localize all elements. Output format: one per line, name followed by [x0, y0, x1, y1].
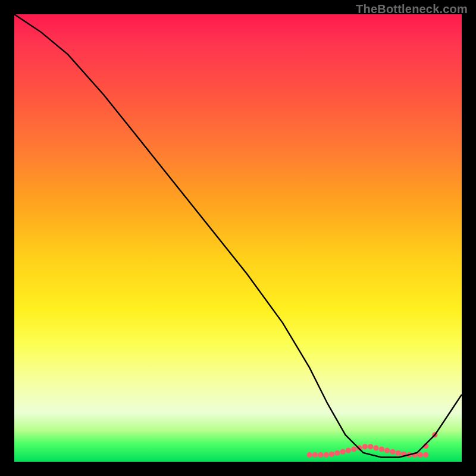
highlight-dot: [324, 452, 329, 458]
highlight-dot: [396, 450, 401, 456]
highlight-dot: [340, 449, 346, 455]
highlight-dot: [418, 452, 423, 458]
highlight-dot: [362, 444, 368, 449]
highlight-dot: [346, 448, 351, 453]
highlight-dot: [373, 445, 378, 450]
highlight-dot: [406, 452, 412, 458]
chart-curve: [14, 14, 462, 458]
highlight-dot: [329, 452, 334, 457]
highlight-dot: [390, 449, 395, 455]
highlight-dot: [307, 452, 312, 458]
highlight-dot: [412, 452, 418, 458]
highlight-dot: [384, 448, 390, 453]
chart-plot-area: [14, 14, 462, 462]
highlight-dot: [334, 450, 340, 456]
chart-stage: TheBottleneck.com: [0, 0, 476, 476]
highlight-dot: [401, 452, 406, 457]
highlight-dot: [368, 444, 373, 449]
highlight-dot: [423, 443, 428, 449]
highlight-dots: [307, 432, 438, 458]
highlight-dot: [423, 452, 428, 458]
highlight-dot: [432, 432, 437, 437]
highlight-dot: [312, 452, 318, 458]
highlight-dot: [379, 447, 384, 452]
watermark-text: TheBottleneck.com: [356, 2, 468, 16]
chart-overlay-svg: [14, 14, 462, 462]
highlight-dot: [318, 452, 323, 458]
highlight-dot: [351, 447, 356, 452]
highlight-dot: [357, 445, 362, 450]
